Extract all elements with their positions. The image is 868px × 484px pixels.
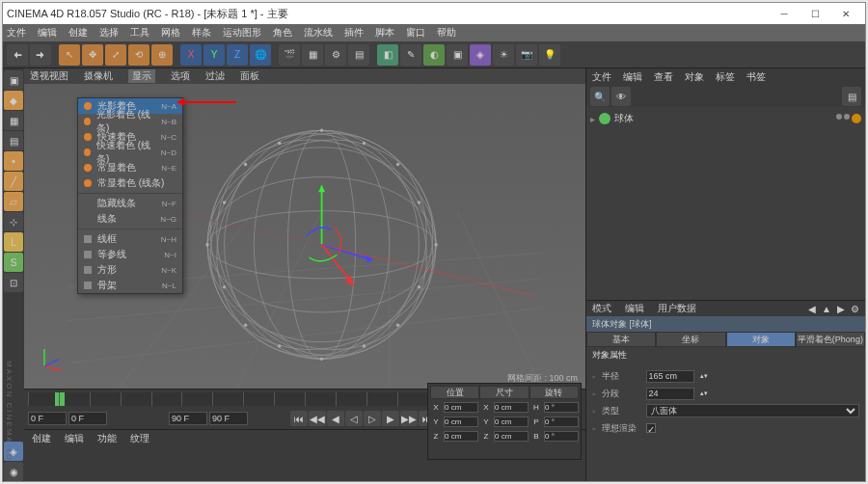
next-frame-button[interactable]: ▶ — [382, 411, 399, 426]
coord-tab-position[interactable]: 位置 — [430, 386, 479, 399]
enable-axis-button[interactable]: L — [4, 232, 23, 252]
mat-edit-tab[interactable]: 编辑 — [65, 432, 84, 445]
menu-select[interactable]: 选择 — [99, 26, 119, 40]
vp-filter-menu[interactable]: 过滤 — [205, 69, 225, 83]
spinner-icon[interactable]: ▴▾ — [700, 372, 708, 380]
radius-input[interactable] — [646, 370, 694, 383]
menu-mograph[interactable]: 运动图形 — [223, 26, 261, 40]
vp-panel-menu[interactable]: 面板 — [240, 69, 259, 83]
display-option[interactable]: 等参线N~I — [78, 247, 182, 262]
polygon-mode-button[interactable]: ▱ — [4, 192, 23, 211]
phong-tag-icon[interactable] — [852, 114, 861, 123]
display-option[interactable]: 骨架N~L — [78, 278, 182, 293]
play-back-button[interactable]: ◁ — [345, 411, 363, 426]
menu-edit[interactable]: 编辑 — [38, 26, 57, 40]
x-axis-toggle[interactable]: X — [180, 44, 202, 66]
pos-z-input[interactable] — [444, 431, 478, 442]
menu-mesh[interactable]: 网格 — [161, 26, 180, 40]
render-button[interactable]: 🎬 — [279, 44, 300, 66]
nurbs-button[interactable]: ◐ — [423, 44, 445, 66]
z-axis-toggle[interactable]: Z — [227, 44, 248, 66]
end-frame-input[interactable] — [209, 412, 248, 425]
om-edit-menu[interactable]: 编辑 — [623, 70, 642, 84]
attr-fwd-icon[interactable]: ▶ — [837, 304, 845, 314]
select-tool[interactable]: ↖ — [59, 44, 80, 66]
menu-create[interactable]: 创建 — [68, 26, 88, 40]
rot-h-input[interactable] — [544, 402, 579, 413]
om-filter-icon[interactable]: 👁 — [611, 87, 631, 106]
segments-input[interactable] — [646, 388, 694, 400]
next-key-button[interactable]: ▶▶ — [400, 411, 418, 426]
scale-tool[interactable]: ⤢ — [105, 44, 126, 66]
deformer-button[interactable]: ◈ — [470, 44, 491, 66]
prev-frame-button[interactable]: ◀ — [327, 411, 344, 426]
menu-character[interactable]: 角色 — [273, 26, 292, 40]
goto-start-button[interactable]: ⏮ — [290, 411, 308, 426]
edge-mode-button[interactable]: ╱ — [4, 172, 23, 191]
vp-view-menu[interactable]: 透视视图 — [30, 69, 68, 83]
playhead[interactable] — [55, 392, 65, 406]
soft-select-button[interactable]: ◉ — [4, 462, 23, 481]
object-tree[interactable]: ▸ 球体 — [586, 107, 865, 300]
type-select[interactable]: 八面体 — [646, 404, 859, 417]
visibility-dot-top[interactable] — [836, 114, 842, 120]
mat-create-tab[interactable]: 创建 — [32, 432, 51, 445]
display-option[interactable]: 线框N~H — [78, 231, 182, 247]
snap-button[interactable]: ⊡ — [4, 273, 23, 292]
close-button[interactable]: ✕ — [830, 4, 861, 23]
vp-camera-menu[interactable]: 摄像机 — [84, 69, 113, 83]
redo-button[interactable] — [30, 44, 51, 66]
attr-up-icon[interactable]: ▲ — [822, 304, 831, 314]
display-option[interactable]: 光影着色 (线条)N~B — [78, 114, 182, 129]
viewport-canvas[interactable]: 光影着色N~A光影着色 (线条)N~B快速着色N~C快速着色 (线条)N~D常显… — [24, 84, 585, 389]
menu-window[interactable]: 窗口 — [406, 26, 425, 40]
menu-tools[interactable]: 工具 — [130, 26, 149, 40]
point-mode-button[interactable]: • — [4, 151, 23, 171]
axis-mode-button[interactable]: ⊹ — [4, 212, 23, 231]
render-settings-button[interactable]: ⚙ — [325, 44, 346, 66]
light-button[interactable]: 💡 — [539, 44, 560, 66]
minimize-button[interactable]: ─ — [769, 4, 800, 23]
world-axis-toggle[interactable]: 🌐 — [250, 44, 271, 66]
attr-config-icon[interactable]: ⚙ — [851, 304, 859, 314]
rot-b-input[interactable] — [544, 431, 579, 442]
om-file-menu[interactable]: 文件 — [592, 70, 611, 84]
render-queue-button[interactable]: ▤ — [348, 44, 369, 66]
viewport-solo-button[interactable]: S — [4, 253, 23, 272]
spinner-icon[interactable]: ▴▾ — [700, 390, 708, 397]
display-option[interactable]: 快速着色 (线条)N~D — [78, 145, 182, 160]
size-y-input[interactable] — [494, 417, 529, 427]
attr-back-icon[interactable]: ◀ — [808, 304, 816, 314]
y-axis-toggle[interactable]: Y — [203, 44, 225, 66]
menu-pipeline[interactable]: 流水线 — [304, 26, 333, 40]
om-object-menu[interactable]: 对象 — [685, 70, 704, 84]
camera-button[interactable]: 📷 — [516, 44, 537, 66]
coord-tab-size[interactable]: 尺寸 — [479, 386, 529, 399]
coord-tab-rotation[interactable]: 旋转 — [529, 386, 579, 399]
expand-icon[interactable]: ▸ — [590, 114, 595, 124]
display-option[interactable]: 隐藏线条N~F — [78, 196, 182, 211]
size-x-input[interactable] — [494, 402, 529, 413]
undo-button[interactable] — [7, 44, 28, 66]
lasttool-button[interactable]: ⊕ — [151, 44, 173, 66]
prev-key-button[interactable]: ◀◀ — [309, 411, 326, 426]
display-option[interactable]: 常显着色 (线条) — [78, 175, 182, 191]
attr-edit-menu[interactable]: 编辑 — [625, 302, 644, 315]
display-option[interactable]: 方形N~K — [78, 262, 182, 278]
modeling-button[interactable]: ▣ — [447, 44, 468, 66]
attr-mode-menu[interactable]: 模式 — [592, 302, 611, 315]
play-button[interactable]: ▷ — [364, 411, 381, 426]
pos-x-input[interactable] — [444, 402, 478, 413]
render-region-button[interactable]: ▦ — [302, 44, 323, 66]
primitive-cube-button[interactable]: ◧ — [377, 44, 398, 66]
menu-help[interactable]: 帮助 — [437, 26, 456, 40]
om-view-menu[interactable]: 查看 — [654, 70, 673, 84]
workplane-button[interactable]: ▤ — [4, 131, 23, 150]
environment-button[interactable]: ☀ — [493, 44, 514, 66]
start-frame-input[interactable] — [28, 412, 67, 425]
om-tags-menu[interactable]: 标签 — [716, 70, 735, 84]
rotate-tool[interactable]: ⟲ — [128, 44, 149, 66]
mat-texture-tab[interactable]: 纹理 — [130, 432, 149, 445]
menu-plugins[interactable]: 插件 — [344, 26, 364, 40]
display-option[interactable]: 常显着色N~E — [78, 160, 182, 175]
